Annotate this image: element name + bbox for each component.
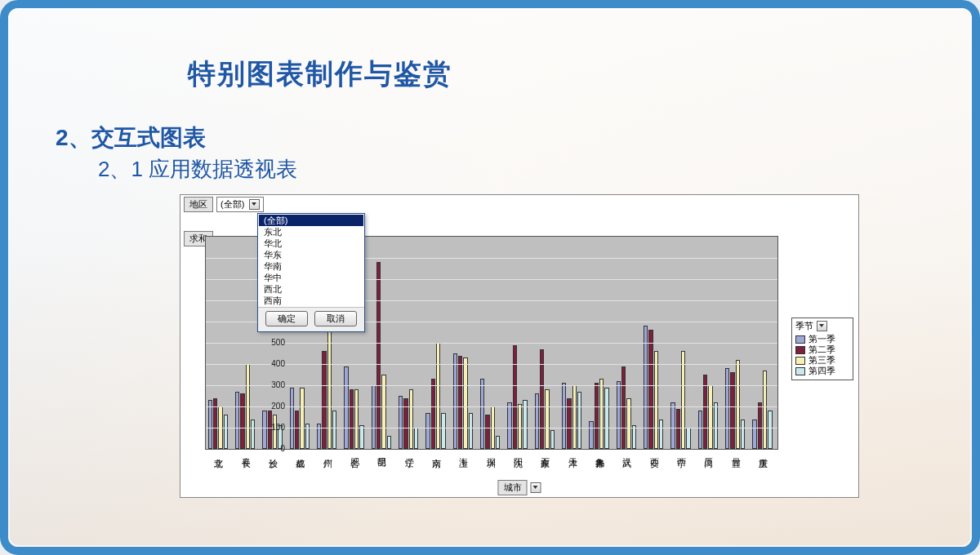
bar: [425, 413, 430, 449]
legend-title-text: 季节: [795, 320, 813, 332]
region-option[interactable]: 华东: [259, 249, 363, 260]
bar: [714, 402, 718, 449]
bar: [736, 360, 740, 449]
bar: [572, 385, 577, 449]
region-option[interactable]: 华北: [259, 238, 363, 249]
bar-group: [725, 360, 745, 449]
bar: [768, 411, 772, 449]
region-option[interactable]: 华南: [259, 260, 363, 272]
bar: [617, 381, 621, 449]
bar: [648, 330, 653, 449]
bar: [604, 388, 608, 449]
bar: [752, 420, 756, 449]
x-axis-field-selector[interactable]: 城市: [498, 480, 541, 495]
y-tick-label: 500: [271, 338, 285, 347]
bar: [469, 413, 473, 449]
bar: [562, 383, 566, 449]
bar: [545, 389, 549, 449]
bar: [670, 402, 675, 449]
bar: [686, 428, 690, 449]
bar: [414, 428, 418, 449]
bar: [507, 402, 511, 449]
chevron-down-icon: [249, 199, 260, 210]
bar: [513, 345, 517, 449]
bar: [599, 379, 604, 449]
bar: [290, 388, 294, 449]
bar-group: [372, 262, 391, 449]
bar: [725, 368, 729, 449]
bar-group: [644, 326, 663, 449]
bar: [344, 366, 348, 449]
bar: [354, 389, 359, 449]
x-axis-labels: 北京长春长沙成都广州合肥昆明辽宁南京上海深圳沈阳石家庄天津乌鲁木齐武汉西安西宁厦…: [205, 450, 777, 499]
bar-group: [399, 389, 418, 449]
legend-field-selector[interactable]: 季节: [795, 320, 849, 334]
bar: [708, 385, 712, 449]
bar: [300, 388, 304, 449]
bar: [698, 411, 702, 449]
bar: [262, 411, 266, 449]
bar: [235, 392, 239, 449]
bar: [387, 436, 391, 449]
bar-group: [617, 366, 636, 449]
bar: [350, 389, 354, 449]
bar: [409, 389, 413, 449]
region-field-value: (全部): [220, 198, 244, 211]
bar: [741, 420, 745, 449]
bar: [224, 415, 228, 449]
region-option[interactable]: 华中: [259, 272, 363, 283]
bar: [518, 404, 522, 449]
bar-group: [208, 398, 228, 449]
bar: [295, 411, 299, 449]
legend-item: 第一季: [795, 334, 849, 344]
bar: [322, 351, 326, 449]
region-field-selector[interactable]: (全部): [216, 197, 264, 212]
bar: [251, 420, 255, 449]
legend-swatch: [795, 357, 805, 365]
bar: [567, 398, 571, 449]
bar: [441, 413, 445, 449]
bar: [763, 371, 767, 449]
bar: [496, 436, 500, 449]
legend-label: 第三季: [808, 355, 835, 366]
cancel-button[interactable]: 取消: [314, 311, 357, 326]
region-option[interactable]: 西南: [259, 295, 363, 306]
y-tick-label: 300: [271, 380, 285, 389]
bar: [589, 421, 593, 449]
region-option[interactable]: 西北: [259, 283, 363, 295]
y-tick-label: 0: [280, 444, 285, 453]
bar-group: [480, 379, 500, 449]
legend-label: 第二季: [808, 344, 835, 355]
bar: [273, 415, 277, 449]
bar: [332, 411, 336, 449]
legend-label: 第四季: [808, 366, 835, 376]
ok-button[interactable]: 确定: [265, 311, 308, 326]
bar: [626, 398, 630, 449]
bar: [399, 396, 403, 449]
bar: [644, 326, 648, 449]
bar-group: [290, 388, 310, 449]
slide-title: 特别图表制作与鉴赏: [188, 56, 452, 93]
bar: [376, 262, 381, 449]
region-option[interactable]: 东北: [259, 226, 363, 238]
y-tick-label: 200: [271, 402, 285, 411]
bar: [595, 383, 599, 449]
region-field-label: 地区: [184, 197, 213, 212]
bar: [463, 357, 467, 449]
bar: [659, 420, 663, 449]
y-tick-label: 100: [271, 423, 285, 432]
bar: [681, 351, 685, 449]
bar-group: [425, 343, 445, 449]
bar: [403, 398, 408, 449]
bar: [359, 425, 363, 449]
region-option[interactable]: (全部): [259, 215, 363, 226]
chevron-down-icon: [817, 321, 827, 331]
bar-group: [670, 351, 690, 449]
y-tick-label: 400: [271, 359, 285, 368]
bar: [621, 366, 626, 449]
bar-group: [562, 383, 581, 449]
page-field-bar: 地区 (全部): [184, 197, 264, 212]
bar: [480, 379, 484, 449]
bar-group: [344, 366, 363, 449]
legend-item: 第四季: [795, 366, 849, 376]
